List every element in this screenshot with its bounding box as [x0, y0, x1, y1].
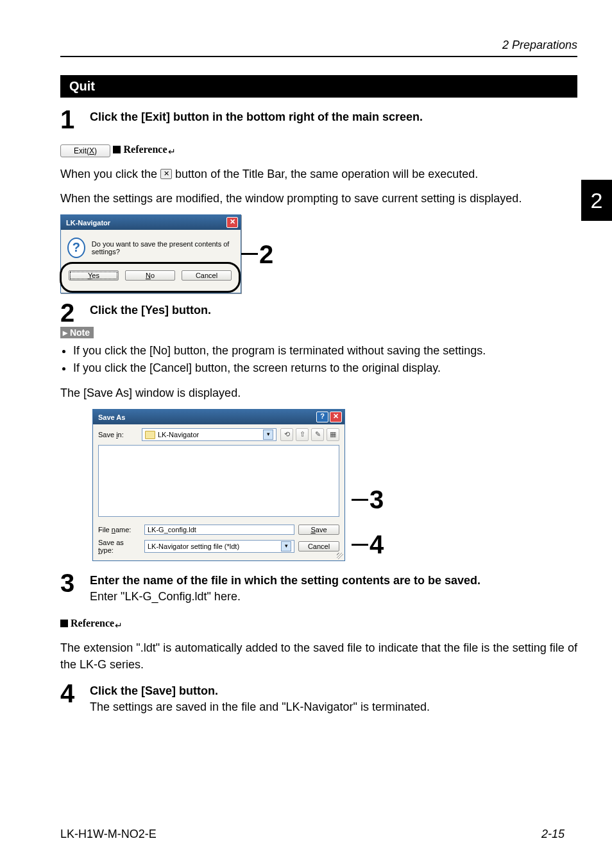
square-icon [113, 146, 121, 153]
folder-icon [145, 431, 155, 439]
chevron-down-icon[interactable]: ▾ [281, 541, 291, 551]
step-title: Click the [Save] button. [90, 684, 577, 698]
reference-text-2: The extension ".ldt" is automatically ad… [60, 639, 577, 673]
view-menu-icon[interactable]: ▦ [327, 428, 339, 441]
step-number: 3 [60, 570, 90, 596]
callout-4: 4 [352, 532, 384, 557]
close-icon[interactable]: ✕ [226, 217, 238, 228]
body-paragraph: The [Save As] window is displayed. [60, 385, 577, 401]
step-number: 1 [60, 107, 90, 132]
chevron-down-icon[interactable]: ▾ [263, 430, 273, 440]
help-icon[interactable]: ? [316, 412, 328, 422]
no-button[interactable]: No [125, 270, 175, 281]
file-name-input[interactable]: LK-G_config.ldt [144, 525, 294, 535]
step-number: 4 [60, 681, 90, 706]
body-paragraph: When the settings are modified, the wind… [60, 190, 577, 207]
save-type-label: Save as type: [98, 539, 140, 554]
resize-grip-icon[interactable] [337, 553, 343, 559]
file-name-label: File name: [98, 526, 140, 534]
step-title: Click the [Yes] button. [90, 304, 577, 317]
dialog-message: Do you want to save the present contents… [92, 240, 234, 256]
chapter-header: 2 Preparations [60, 39, 577, 57]
step-title: Click the [Exit] button in the bottom ri… [90, 110, 577, 124]
reference-label: Reference ↵ [60, 618, 123, 629]
reference-text-1: When you click the ✕ button of the Title… [60, 166, 577, 182]
page-footer: LK-H1W-M-NO2-E 2-15 [60, 828, 565, 841]
close-icon[interactable]: ✕ [330, 412, 342, 422]
list-item: If you click the [Cancel] button, the sc… [73, 360, 577, 377]
step-1: 1 Click the [Exit] button in the bottom … [60, 107, 577, 132]
step-4: 4 Click the [Save] button. The settings … [60, 681, 577, 714]
dialog-title: Save As [98, 413, 125, 421]
callout-2: 2 [241, 241, 273, 267]
step-subtext: Enter "LK-G_Config.ldt" here. [90, 590, 577, 603]
cancel-button[interactable]: Cancel [182, 270, 232, 281]
exit-button[interactable]: Exit(X) [60, 144, 110, 157]
new-folder-icon[interactable]: ✎ [311, 428, 324, 441]
step-title: Enter the name of the file in which the … [90, 574, 577, 587]
save-as-dialog: Save As ? ✕ Save in: LK-Navigator ▾ ⟲ ⇧ … [92, 409, 345, 561]
file-list[interactable] [98, 445, 339, 517]
callout-3: 3 [352, 487, 384, 512]
section-title-bar: Quit [60, 75, 577, 98]
step-3: 3 Enter the name of the file in which th… [60, 570, 577, 603]
chapter-side-tab: 2 [581, 180, 612, 221]
up-icon[interactable]: ⇧ [296, 428, 309, 441]
square-icon [60, 620, 68, 627]
step-2: 2 Click the [Yes] button. [60, 300, 577, 326]
question-icon: ? [67, 238, 85, 258]
close-icon: ✕ [160, 169, 172, 179]
reference-label: Reference ↵ [113, 144, 175, 155]
confirm-dialog: LK-Navigator ✕ ? Do you want to save the… [60, 214, 241, 293]
page-curl-icon: ↵ [115, 620, 123, 630]
note-label: ▸ Note [60, 327, 94, 338]
page-number: 2-15 [541, 828, 565, 841]
doc-code: LK-H1W-M-NO2-E [60, 828, 157, 841]
step-number: 2 [60, 300, 90, 326]
step-subtext: The settings are saved in the file and "… [90, 700, 577, 714]
back-icon[interactable]: ⟲ [280, 428, 293, 441]
list-item: If you click the [No] button, the progra… [73, 342, 577, 360]
save-in-label: Save in: [98, 431, 138, 438]
save-type-combo[interactable]: LK-Navigator setting file (*ldt) ▾ [144, 540, 294, 553]
yes-button[interactable]: Yes [69, 270, 119, 281]
cancel-button[interactable]: Cancel [298, 541, 339, 551]
save-button[interactable]: Save [298, 525, 339, 535]
save-in-combo[interactable]: LK-Navigator ▾ [142, 428, 276, 441]
note-list: If you click the [No] button, the progra… [60, 342, 577, 377]
page-curl-icon: ↵ [168, 146, 176, 157]
dialog-title: LK-Navigator [66, 219, 110, 227]
